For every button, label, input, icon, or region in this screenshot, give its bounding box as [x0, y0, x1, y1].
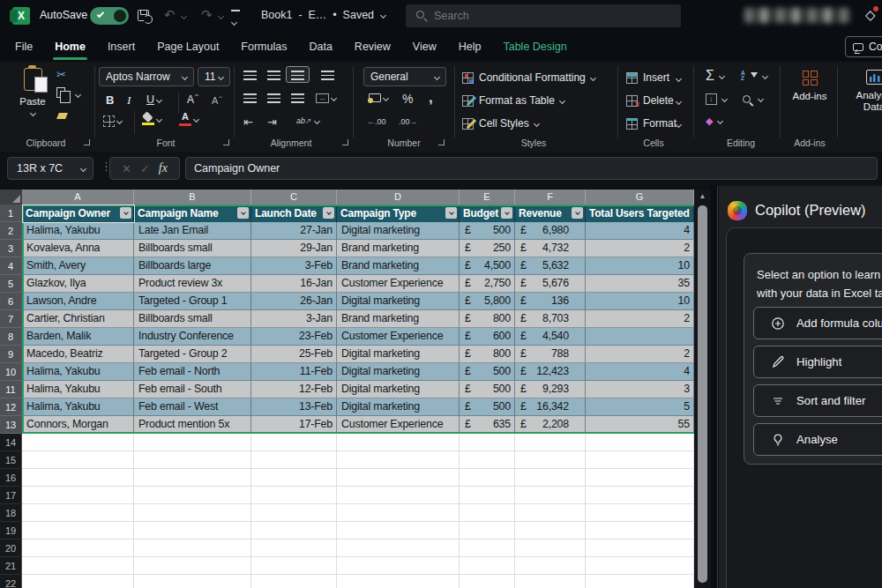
cell-C9[interactable]: 25-Feb: [251, 346, 337, 363]
row-header-7[interactable]: 7: [0, 310, 22, 328]
cell-C11[interactable]: 12-Feb: [251, 381, 337, 398]
empty-cell-D15[interactable]: [337, 451, 460, 469]
insert-cells-button[interactable]: Insert: [626, 71, 669, 84]
increase-font-button[interactable]: A: [187, 93, 198, 106]
row-header-14[interactable]: 14: [0, 434, 22, 451]
cell-E12[interactable]: £500: [460, 398, 515, 416]
empty-cell-A20[interactable]: [22, 540, 134, 557]
row-header-1[interactable]: 1: [0, 205, 22, 222]
empty-cell-G20[interactable]: [586, 540, 694, 557]
cell-G4[interactable]: 10: [586, 257, 694, 275]
cell-F2[interactable]: £6,980: [515, 222, 586, 240]
paste-dropdown-icon[interactable]: [29, 110, 35, 116]
quick-access-toolbar-button[interactable]: [231, 10, 241, 28]
cell-D13[interactable]: Customer Experience: [337, 416, 460, 434]
empty-cell-E18[interactable]: [460, 504, 515, 522]
cell-E7[interactable]: £800: [460, 310, 515, 328]
comma-style-button[interactable]: ,: [429, 93, 433, 102]
empty-cell-F18[interactable]: [515, 504, 586, 522]
column-header-B[interactable]: B: [134, 190, 251, 205]
empty-cell-D16[interactable]: [337, 469, 460, 487]
underline-button[interactable]: U: [146, 93, 161, 106]
empty-cell-C20[interactable]: [251, 540, 337, 557]
empty-cell-G18[interactable]: [586, 504, 694, 522]
comments-button[interactable]: Comments: [845, 36, 882, 57]
cell-C13[interactable]: 17-Feb: [251, 416, 337, 434]
column-header-E[interactable]: E: [460, 190, 515, 205]
empty-cell-A14[interactable]: [22, 434, 134, 451]
cell-E4[interactable]: £4,500: [460, 257, 515, 275]
fill-button[interactable]: ↓: [706, 93, 727, 105]
cell-F9[interactable]: £788: [515, 346, 586, 363]
cell-E2[interactable]: £500: [460, 222, 515, 240]
cell-A8[interactable]: Barden, Malik: [22, 328, 134, 346]
row-header-8[interactable]: 8: [0, 328, 22, 346]
row-header-22[interactable]: 22: [0, 575, 22, 588]
cell-F13[interactable]: £2,208: [515, 416, 586, 434]
copilot-button-highlight[interactable]: Highlight: [753, 346, 882, 378]
empty-cell-A19[interactable]: [22, 522, 134, 540]
row-header-19[interactable]: 19: [0, 522, 22, 540]
vertical-scrollbar[interactable]: ▲: [694, 190, 711, 588]
tab-insert[interactable]: Insert: [108, 32, 135, 62]
cell-D2[interactable]: Digital marketing: [337, 222, 460, 240]
cell-B11[interactable]: Feb email - South: [134, 381, 251, 398]
row-header-9[interactable]: 9: [0, 346, 22, 363]
cell-C2[interactable]: 27-Jan: [251, 222, 337, 240]
middle-align-button[interactable]: [267, 71, 280, 80]
cell-styles-button[interactable]: Cell Styles: [462, 117, 539, 130]
cell-F3[interactable]: £4,732: [515, 240, 586, 257]
cell-A11[interactable]: Halima, Yakubu: [22, 381, 134, 398]
empty-cell-F22[interactable]: [515, 575, 586, 588]
cell-E5[interactable]: £2,750: [460, 275, 515, 293]
number-dialog-launcher[interactable]: [438, 139, 445, 145]
cell-G10[interactable]: 4: [586, 363, 694, 381]
empty-cell-E15[interactable]: [460, 451, 515, 469]
tab-view[interactable]: View: [413, 32, 437, 62]
empty-cell-C15[interactable]: [251, 451, 337, 469]
cell-C7[interactable]: 3-Jan: [251, 310, 337, 328]
empty-cell-B16[interactable]: [134, 469, 251, 487]
cut-button[interactable]: ✂: [56, 69, 66, 80]
filter-button-A[interactable]: [120, 207, 131, 219]
align-left-button[interactable]: [243, 93, 257, 103]
cell-C5[interactable]: 16-Jan: [251, 275, 337, 293]
copilot-button-analyse[interactable]: Analyse: [753, 423, 882, 456]
orientation-button[interactable]: ab↗: [296, 116, 319, 125]
cell-D8[interactable]: Customer Experience: [337, 328, 460, 346]
table-header-cell-A[interactable]: Campaign Owner: [22, 205, 134, 222]
merge-dropdown-icon[interactable]: [331, 95, 337, 101]
filter-button-C[interactable]: [323, 207, 334, 219]
format-cells-button[interactable]: Format: [626, 117, 676, 130]
empty-cell-E22[interactable]: [460, 575, 515, 588]
delete-dropdown-icon[interactable]: [676, 99, 682, 105]
cell-A12[interactable]: Halima, Yakubu: [22, 398, 134, 416]
analyse-data-button[interactable]: AnalyseData: [847, 70, 882, 113]
fill-color-button[interactable]: [142, 113, 161, 125]
bottom-align-button[interactable]: [286, 66, 310, 83]
cell-E11[interactable]: £500: [460, 381, 515, 398]
conditional-formatting-button[interactable]: Conditional Formatting: [462, 71, 595, 84]
cell-A5[interactable]: Glazkov, Ilya: [22, 275, 134, 293]
empty-cell-D20[interactable]: [337, 540, 460, 557]
delete-cells-button[interactable]: Delete: [626, 94, 674, 107]
document-title[interactable]: Book1 - E… • Saved: [261, 9, 385, 21]
search-input[interactable]: [432, 4, 662, 27]
cell-B10[interactable]: Feb email - North: [134, 363, 251, 381]
save-icon[interactable]: [138, 10, 149, 21]
paste-button[interactable]: Paste: [12, 68, 53, 115]
filter-button-F[interactable]: [572, 207, 583, 219]
cell-D7[interactable]: Brand marketing: [337, 310, 460, 328]
row-header-15[interactable]: 15: [0, 451, 22, 469]
tab-file[interactable]: File: [15, 32, 33, 62]
copilot-button-add-formula-column[interactable]: Add formula column: [753, 307, 882, 339]
cell-C12[interactable]: 13-Feb: [251, 398, 337, 416]
table-header-cell-G[interactable]: Total Users Targeted: [586, 205, 694, 222]
redo-dropdown-icon[interactable]: [218, 13, 224, 19]
empty-cell-D21[interactable]: [337, 557, 460, 575]
tab-formulas[interactable]: Formulas: [241, 32, 287, 62]
format-dropdown-icon[interactable]: [676, 122, 682, 128]
accounting-format-button[interactable]: [369, 93, 388, 102]
empty-cell-A21[interactable]: [22, 557, 134, 575]
cell-A6[interactable]: Lawson, Andre: [22, 293, 134, 310]
